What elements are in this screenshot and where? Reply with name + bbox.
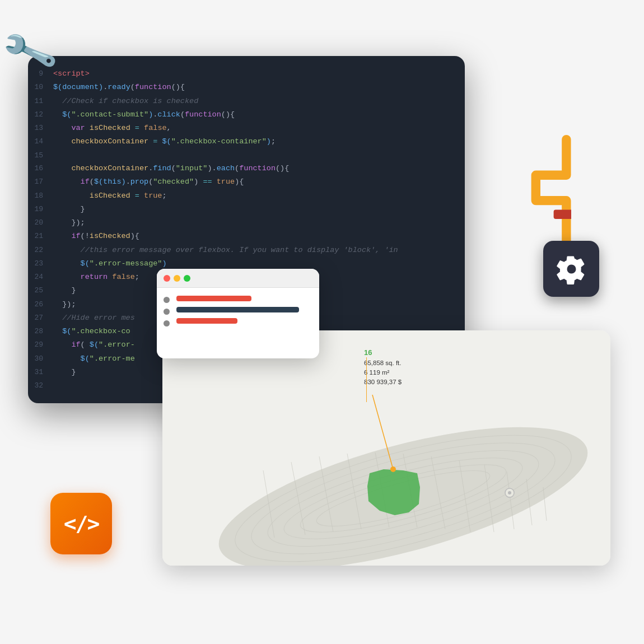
orange-pipe-icon (521, 134, 571, 246)
traffic-light-yellow (174, 275, 180, 282)
svg-rect-0 (554, 210, 571, 219)
code-line: 10 $(document).ready(function(){ (28, 81, 465, 94)
svg-point-24 (508, 491, 511, 494)
tooltip-vertical-line (366, 357, 367, 402)
tooltip-line1: 65,858 sq. ft. (364, 358, 402, 368)
code-line: 9 <script> (28, 67, 465, 81)
list-dot-3 (164, 320, 170, 326)
code-line: 13 var isChecked = false, (28, 122, 465, 135)
code-line: 14 checkboxContainer = $(".checkbox-cont… (28, 135, 465, 148)
list-icons (164, 296, 170, 326)
code-line: 11 //Check if checkbox is checked (28, 95, 465, 108)
list-line-2 (176, 307, 299, 312)
list-line-3 (176, 318, 237, 324)
tooltip-label: 16 (364, 347, 402, 358)
gear-badge (543, 241, 599, 297)
code-line: 21 if(!isChecked){ (28, 230, 465, 243)
code-line: 18 isChecked = true; (28, 189, 465, 203)
scene: 🔧 9 <script> 10 $(document).ready(functi… (0, 0, 644, 644)
traffic-light-green (184, 275, 190, 282)
code-badge: </> (50, 493, 112, 554)
code-line: 16 checkboxContainer.find("input").each(… (28, 162, 465, 175)
code-line: 15 (28, 149, 465, 162)
list-dot-2 (164, 309, 170, 315)
mini-browser (157, 269, 319, 358)
map-panel: 16 65,858 sq. ft. 6 119 m² 830 939,37 $ (162, 330, 610, 566)
list-dot-1 (164, 297, 170, 303)
list-lines (176, 296, 312, 326)
traffic-light-red (164, 275, 170, 282)
browser-toolbar (157, 269, 319, 288)
code-line: 12 $(".contact-submit").click(function()… (28, 108, 465, 122)
map-inner: 16 65,858 sq. ft. 6 119 m² 830 939,37 $ (162, 330, 610, 566)
browser-content (157, 288, 319, 334)
tooltip-line3: 830 939,37 $ (364, 377, 402, 387)
gear-icon (556, 254, 587, 284)
code-badge-text: </> (64, 511, 99, 536)
code-line: 19 } (28, 203, 465, 216)
code-line: 20 }); (28, 216, 465, 230)
tooltip-line2: 6 119 m² (364, 368, 402, 377)
code-line: 22 //this error message over flexbox. If… (28, 244, 465, 257)
code-line: 17 if($(this).prop("checked") == true){ (28, 175, 465, 189)
list-line-1 (176, 296, 251, 301)
map-tooltip: 16 65,858 sq. ft. 6 119 m² 830 939,37 $ (364, 347, 402, 387)
